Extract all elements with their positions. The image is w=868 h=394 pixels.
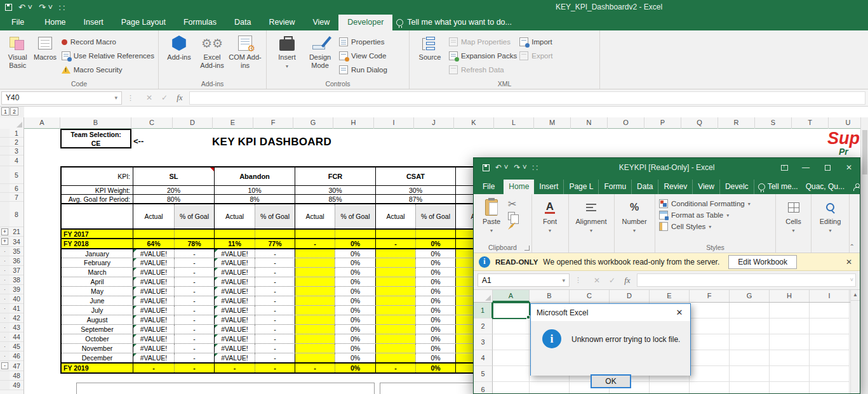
- month-value-cell[interactable]: -: [255, 353, 295, 362]
- overlay-row-header-1[interactable]: 1: [474, 303, 493, 318]
- month-value-cell[interactable]: -: [174, 306, 214, 315]
- overlay-cell-I3[interactable]: [810, 334, 850, 350]
- overlay-name-box[interactable]: A1▾: [477, 273, 570, 287]
- overlay-tab-insert[interactable]: Insert: [534, 180, 564, 194]
- avg-goal-cell[interactable]: 8%: [214, 195, 295, 203]
- avg-goal-cell[interactable]: 87%: [375, 195, 455, 203]
- month-value-cell[interactable]: -: [255, 249, 295, 258]
- fy2018-cell[interactable]: 77%: [255, 239, 295, 248]
- row-header-49[interactable]: 49: [0, 381, 23, 390]
- month-value-cell[interactable]: #VALUE!: [214, 296, 255, 305]
- month-value-cell[interactable]: [295, 344, 335, 353]
- avg-goal-cell[interactable]: 80%: [133, 195, 214, 203]
- outline-level-2-button[interactable]: 2: [10, 107, 18, 115]
- share-button[interactable]: Share: [848, 180, 860, 194]
- month-value-cell[interactable]: [295, 325, 335, 334]
- month-value-cell[interactable]: 0%: [335, 258, 375, 267]
- column-header-M[interactable]: M: [534, 117, 571, 129]
- month-value-cell[interactable]: [295, 306, 335, 315]
- overlay-cell-A6[interactable]: [493, 382, 530, 394]
- month-value-cell[interactable]: -: [174, 268, 214, 277]
- row-header-34[interactable]: +34: [0, 237, 23, 247]
- month-value-cell[interactable]: [375, 315, 415, 324]
- overlay-user-name[interactable]: Quac, Qu...: [802, 180, 848, 194]
- undo-icon[interactable]: ↶ ˅: [18, 3, 32, 11]
- month-value-cell[interactable]: -: [174, 344, 214, 353]
- overlay-cell-H4[interactable]: [770, 350, 810, 366]
- dialog-ok-button[interactable]: OK: [591, 374, 631, 388]
- row-header-40[interactable]: ·40: [0, 294, 23, 304]
- name-box-dropdown-icon[interactable]: ▾: [114, 95, 117, 101]
- save-icon[interactable]: [5, 4, 12, 11]
- month-value-cell[interactable]: -: [255, 325, 295, 334]
- overlay-select-all-corner[interactable]: [474, 290, 493, 302]
- excel-add-ins-button[interactable]: ⚙⚙ Excel Add-ins: [196, 32, 229, 69]
- fy2019-cell[interactable]: -: [375, 364, 415, 372]
- add-ins-button[interactable]: Add-ins: [163, 32, 196, 62]
- column-header-P[interactable]: P: [644, 117, 681, 129]
- row-header-2[interactable]: 2: [0, 138, 23, 147]
- fy2018-cell[interactable]: 0%: [415, 239, 455, 248]
- month-value-cell[interactable]: #VALUE!: [214, 258, 255, 267]
- subheader-cell[interactable]: Actual: [214, 204, 255, 228]
- chart-placeholder-1[interactable]: [76, 383, 375, 394]
- month-value-cell[interactable]: #VALUE!: [133, 306, 174, 315]
- month-value-cell[interactable]: 0%: [335, 325, 375, 334]
- editing-button[interactable]: Editing ▾: [815, 197, 845, 233]
- month-value-cell[interactable]: [375, 287, 415, 296]
- column-header-I[interactable]: I: [374, 117, 414, 129]
- overlay-cell-I4[interactable]: [810, 350, 850, 366]
- fy2018-cell[interactable]: -: [295, 239, 335, 248]
- tab-page-layout[interactable]: Page Layout: [112, 15, 175, 30]
- overlay-column-header-F[interactable]: F: [690, 290, 730, 302]
- month-value-cell[interactable]: 0%: [415, 334, 455, 343]
- month-value-cell[interactable]: #VALUE!: [133, 258, 174, 267]
- name-box[interactable]: Y40▾: [1, 91, 122, 105]
- month-value-cell[interactable]: #VALUE!: [214, 334, 255, 343]
- overlay-tab-reviev[interactable]: Reviev: [658, 180, 693, 194]
- month-value-cell[interactable]: 0%: [415, 315, 455, 324]
- month-value-cell[interactable]: [375, 249, 415, 258]
- overlay-cell-F5[interactable]: [690, 366, 730, 382]
- record-macro-button[interactable]: Record Macro: [62, 36, 154, 48]
- minimize-icon[interactable]: —: [795, 158, 817, 177]
- month-value-cell[interactable]: 0%: [335, 277, 375, 286]
- month-value-cell[interactable]: -: [255, 315, 295, 324]
- month-label[interactable]: February: [62, 258, 133, 267]
- subheader-cell[interactable]: % of Goal: [415, 204, 455, 228]
- month-value-cell[interactable]: -: [255, 268, 295, 277]
- cell-styles-button[interactable]: Cell Styles▾: [659, 222, 751, 231]
- month-value-cell[interactable]: 0%: [335, 296, 375, 305]
- overlay-tell-me-box[interactable]: Tell me...: [754, 180, 802, 194]
- month-value-cell[interactable]: -: [255, 277, 295, 286]
- row-header-46[interactable]: ·46: [0, 351, 23, 361]
- kpi-weight-cell[interactable]: 20%: [133, 186, 214, 194]
- month-value-cell[interactable]: 0%: [415, 344, 455, 353]
- fy2017-cell[interactable]: [133, 230, 174, 238]
- month-value-cell[interactable]: [375, 344, 415, 353]
- expansion-packs-button[interactable]: Expansion Packs: [449, 50, 517, 62]
- overlay-cell-G6[interactable]: [730, 382, 770, 394]
- overlay-cell-I1[interactable]: [810, 303, 850, 318]
- overlay-undo-icon[interactable]: ↶ ˅: [495, 163, 508, 172]
- overlay-tab-data[interactable]: Data: [632, 180, 658, 194]
- fy2018-cell[interactable]: 0%: [335, 239, 375, 248]
- tab-data[interactable]: Data: [225, 15, 260, 30]
- row-header-21[interactable]: +21: [0, 227, 23, 237]
- month-value-cell[interactable]: [295, 258, 335, 267]
- overlay-cell-G3[interactable]: [730, 334, 770, 350]
- row-header-3[interactable]: 3: [0, 147, 23, 155]
- month-label[interactable]: June: [62, 296, 133, 305]
- row-header-43[interactable]: ·43: [0, 323, 23, 332]
- month-value-cell[interactable]: 0%: [335, 353, 375, 362]
- avg-goal-label[interactable]: Avg. Goal for Period:: [62, 195, 133, 203]
- fy2017-cell[interactable]: [295, 230, 335, 238]
- column-header-B[interactable]: B: [60, 117, 131, 129]
- column-header-K[interactable]: K: [454, 117, 494, 129]
- month-value-cell[interactable]: -: [255, 287, 295, 296]
- month-value-cell[interactable]: #VALUE!: [214, 344, 255, 353]
- outline-toggle-button[interactable]: -: [1, 362, 8, 369]
- select-all-corner[interactable]: [0, 117, 24, 129]
- design-mode-button[interactable]: Design Mode: [304, 32, 337, 69]
- overlay-cell-A5[interactable]: [493, 366, 530, 382]
